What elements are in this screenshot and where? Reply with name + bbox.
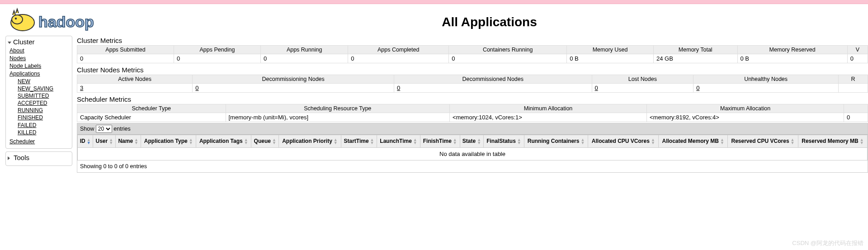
main-content: Cluster Metrics Apps SubmittedApps Pendi… — [77, 34, 868, 173]
apps-column-state[interactable]: State▲▼ — [460, 135, 484, 148]
datatable-length-control: Show 20 entries — [77, 123, 868, 135]
page-title: All Applications — [115, 15, 863, 29]
applications-table: ID▲▼User▲▼Name▲▼Application Type▲▼Applic… — [77, 135, 868, 160]
cluster-metrics-cell-5: 0 B — [567, 54, 654, 63]
cluster-metrics-header-6[interactable]: Memory Total — [654, 46, 738, 54]
sidebar-link-failed[interactable]: FAILED — [18, 122, 68, 129]
sidebar-link-accepted[interactable]: ACCEPTED — [18, 99, 68, 107]
sidebar-link-new[interactable]: NEW — [18, 78, 68, 85]
apps-column-application-tags[interactable]: Application Tags▲▼ — [196, 135, 251, 148]
scheduler-metrics-header-4[interactable] — [844, 104, 868, 113]
cluster-metrics-header-3[interactable]: Apps Completed — [348, 46, 449, 54]
nodes-metrics-link-1[interactable]: 0 — [195, 85, 198, 91]
apps-column-finalstatus[interactable]: FinalStatus▲▼ — [484, 135, 524, 148]
nodes-metrics-cell-1: 0 — [193, 84, 394, 93]
scheduler-metrics-cell-3: <memory:8192, vCores:4> — [647, 113, 844, 122]
cluster-metrics-header-4[interactable]: Containers Running — [449, 46, 567, 54]
nodes-metrics-header-5[interactable]: R — [839, 75, 868, 84]
sort-icon: ▲▼ — [477, 138, 481, 145]
header: hadoop All Applications — [0, 4, 868, 34]
sort-icon: ▲▼ — [720, 138, 724, 145]
sidebar-cluster-heading[interactable]: Cluster — [8, 38, 68, 46]
apps-column-allocated-memory-mb[interactable]: Allocated Memory MB▲▼ — [659, 135, 728, 148]
cluster-metrics-header-5[interactable]: Memory Used — [567, 46, 654, 54]
cluster-metrics-header-8[interactable]: V — [847, 46, 868, 54]
apps-column-finishtime[interactable]: FinishTime▲▼ — [420, 135, 460, 148]
sidebar-link-new-saving[interactable]: NEW_SAVING — [18, 85, 68, 92]
scheduler-metrics-cell-0: Capacity Scheduler — [77, 113, 226, 122]
nodes-metrics-table: Active NodesDecommissioning NodesDecommi… — [77, 75, 868, 93]
sidebar-link-running[interactable]: RUNNING — [18, 107, 68, 114]
scheduler-metrics-header-1[interactable]: Scheduling Resource Type — [226, 104, 449, 113]
scheduler-metrics-cell-1: [memory-mb (unit=Mi), vcores] — [226, 113, 449, 122]
nodes-metrics-header-2[interactable]: Decommissioned Nodes — [394, 75, 592, 84]
sidebar-tools-heading[interactable]: Tools — [8, 154, 68, 161]
sidebar-link-nodes[interactable]: Nodes — [9, 55, 68, 62]
nodes-metrics-link-4[interactable]: 0 — [696, 85, 699, 91]
cluster-metrics-cell-1: 0 — [174, 54, 260, 63]
sort-icon: ▲▼ — [517, 138, 521, 145]
datatable-empty-message: No data available in table — [78, 147, 868, 160]
sidebar-link-applications[interactable]: Applications — [9, 70, 68, 78]
cluster-metrics-header-2[interactable]: Apps Running — [260, 46, 348, 54]
scheduler-metrics-cell-2: <memory:1024, vCores:1> — [449, 113, 646, 122]
apps-column-reserved-cpu-vcores[interactable]: Reserved CPU VCores▲▼ — [728, 135, 798, 148]
apps-column-running-containers[interactable]: Running Containers▲▼ — [524, 135, 588, 148]
apps-column-name[interactable]: Name▲▼ — [116, 135, 141, 148]
nodes-metrics-link-2[interactable]: 0 — [397, 85, 400, 91]
sidebar-link-about[interactable]: About — [9, 47, 68, 55]
cluster-metrics-cell-3: 0 — [348, 54, 449, 63]
cluster-metrics-header-1[interactable]: Apps Pending — [174, 46, 260, 54]
nodes-metrics-cell-5 — [839, 84, 868, 93]
applications-datatable: Show 20 entries ID▲▼User▲▼Name▲▼Applicat… — [77, 123, 868, 173]
sidebar-link-killed[interactable]: KILLED — [18, 129, 68, 136]
apps-column-application-priority[interactable]: Application Priority▲▼ — [279, 135, 341, 148]
nodes-metrics-header-0[interactable]: Active Nodes — [77, 75, 193, 84]
sidebar-link-scheduler[interactable]: Scheduler — [9, 138, 68, 146]
apps-column-starttime[interactable]: StartTime▲▼ — [341, 135, 377, 148]
cluster-metrics-cell-4: 0 — [449, 54, 567, 63]
sort-icon: ▲▼ — [791, 138, 795, 145]
svg-point-2 — [15, 18, 17, 19]
cluster-metrics-table: Apps SubmittedApps PendingApps RunningAp… — [77, 45, 868, 63]
apps-column-queue[interactable]: Queue▲▼ — [251, 135, 279, 148]
app-state-links: NEW NEW_SAVING SUBMITTED ACCEPTED RUNNIN… — [9, 78, 68, 137]
cluster-metrics-header-0[interactable]: Apps Submitted — [77, 46, 174, 54]
nodes-metrics-header-4[interactable]: Unhealthy Nodes — [693, 75, 839, 84]
length-suffix: entries — [113, 126, 131, 132]
sort-icon: ▲▼ — [109, 138, 113, 145]
nodes-metrics-cell-0: 3 — [77, 84, 193, 93]
apps-column-allocated-cpu-vcores[interactable]: Allocated CPU VCores▲▼ — [588, 135, 659, 148]
top-pink-bar — [0, 0, 868, 4]
svg-text:hadoop: hadoop — [38, 13, 94, 30]
nodes-metrics-header-3[interactable]: Lost Nodes — [592, 75, 693, 84]
scheduler-metrics-header-3[interactable]: Maximum Allocation — [647, 104, 844, 113]
length-select[interactable]: 20 — [96, 125, 112, 133]
apps-column-reserved-memory-mb[interactable]: Reserved Memory MB▲▼ — [798, 135, 867, 148]
cluster-metrics-cell-8: 0 — [847, 54, 868, 63]
cluster-metrics-header-7[interactable]: Memory Reserved — [737, 46, 847, 54]
apps-column-application-type[interactable]: Application Type▲▼ — [141, 135, 196, 148]
apps-column-id[interactable]: ID▲▼ — [78, 135, 93, 148]
nodes-metrics-header-1[interactable]: Decommissioning Nodes — [193, 75, 394, 84]
apps-column-launchtime[interactable]: LaunchTime▲▼ — [377, 135, 420, 148]
cluster-metrics-cell-0: 0 — [77, 54, 174, 63]
scheduler-metrics-header-0[interactable]: Scheduler Type — [77, 104, 226, 113]
scheduler-metrics-header-2[interactable]: Minimum Allocation — [449, 104, 646, 113]
sort-icon: ▲▼ — [860, 138, 864, 145]
sidebar-link-node-labels[interactable]: Node Labels — [9, 62, 68, 70]
cluster-metrics-title: Cluster Metrics — [77, 37, 868, 44]
sidebar: Cluster About Nodes Node Labels Applicat… — [5, 36, 72, 169]
hadoop-logo: hadoop — [5, 7, 115, 34]
nodes-metrics-link-3[interactable]: 0 — [595, 85, 598, 91]
sort-icon: ▲▼ — [370, 138, 374, 145]
nodes-metrics-cell-4: 0 — [693, 84, 839, 93]
sort-icon: ▲▼ — [87, 138, 91, 145]
sidebar-link-submitted[interactable]: SUBMITTED — [18, 92, 68, 99]
scheduler-metrics-table: Scheduler TypeScheduling Resource TypeMi… — [77, 104, 868, 122]
apps-column-user[interactable]: User▲▼ — [93, 135, 116, 148]
scheduler-metrics-title: Scheduler Metrics — [77, 95, 868, 103]
sidebar-link-finished[interactable]: FINISHED — [18, 114, 68, 121]
sort-icon: ▲▼ — [580, 138, 585, 145]
nodes-metrics-link-0[interactable]: 3 — [80, 85, 83, 91]
